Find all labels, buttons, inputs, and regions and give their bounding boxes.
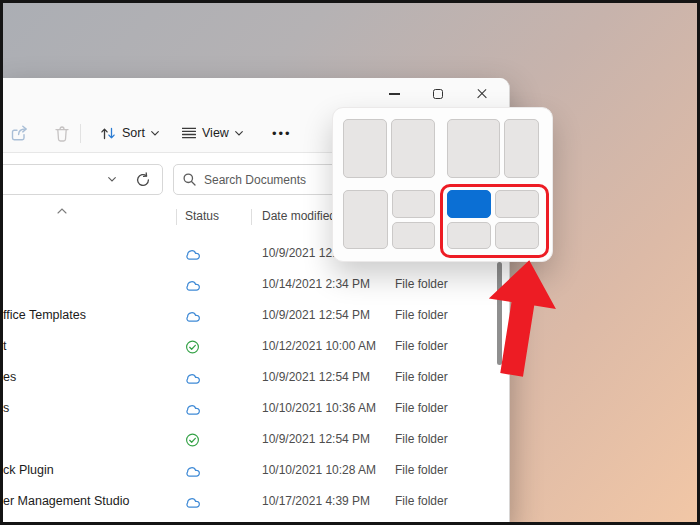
view-label: View xyxy=(202,126,229,140)
share-button[interactable] xyxy=(4,118,35,148)
cloud-status-icon xyxy=(185,372,201,384)
cloud-status-icon xyxy=(185,403,201,415)
status-icon-slot xyxy=(185,308,201,321)
date-modified-cell: 10/9/2021 12:5 xyxy=(262,246,342,260)
status-icon-slot xyxy=(185,246,201,259)
close-icon xyxy=(476,88,488,100)
type-cell: File folder xyxy=(395,432,448,446)
snap-zone-tile xyxy=(495,222,539,250)
address-bar[interactable] xyxy=(0,164,163,195)
date-modified-cell: 10/9/2021 12:54 PM xyxy=(262,308,370,322)
snap-zone-tile xyxy=(447,119,500,178)
maximize-button[interactable] xyxy=(423,82,453,106)
file-row[interactable]: ck Plugin 10/10/2021 10:28 AM File folde… xyxy=(0,454,509,485)
sort-ascending-icon xyxy=(57,208,67,214)
snap-zone-stack xyxy=(392,190,435,249)
snap-layouts-popup xyxy=(332,107,553,262)
snap-layout-left-half-right-stack[interactable] xyxy=(343,190,435,249)
type-cell: File folder xyxy=(395,308,448,322)
snap-zone-tile xyxy=(343,190,388,249)
address-dropdown-icon[interactable] xyxy=(108,177,116,182)
file-name: t xyxy=(3,339,6,353)
minimize-button[interactable] xyxy=(379,82,409,106)
date-modified-cell: 10/9/2021 12:54 PM xyxy=(262,370,370,384)
view-button[interactable]: View xyxy=(176,118,249,148)
type-cell: File folder xyxy=(395,339,448,353)
minimize-icon xyxy=(389,93,400,94)
chevron-down-icon xyxy=(235,131,243,136)
refresh-icon[interactable] xyxy=(135,172,151,188)
sort-button[interactable]: Sort xyxy=(94,118,165,148)
file-name: er Management Studio xyxy=(3,494,129,508)
date-modified-cell: 10/10/2021 10:28 AM xyxy=(262,463,376,477)
sort-icon xyxy=(100,126,116,141)
cloud-status-icon xyxy=(185,310,201,322)
snap-zone-tile xyxy=(392,190,435,218)
toolbar-divider xyxy=(80,124,81,143)
file-list-body: 10/9/2021 12:5 10/14/2021 2:34 PM File f… xyxy=(0,237,509,516)
share-icon xyxy=(10,125,29,142)
file-row[interactable]: s 10/10/2021 10:36 AM File folder xyxy=(0,392,509,423)
snap-zone-tile xyxy=(447,222,491,250)
cloud-status-icon xyxy=(185,496,201,508)
ellipsis-icon: ••• xyxy=(272,126,292,141)
type-cell: File folder xyxy=(395,401,448,415)
date-modified-cell: 10/10/2021 10:36 AM xyxy=(262,401,376,415)
file-row[interactable]: ffice Templates 10/9/2021 12:54 PM File … xyxy=(0,299,509,330)
file-name: ck Plugin xyxy=(3,463,54,477)
date-modified-cell: 10/17/2021 4:39 PM xyxy=(262,494,370,508)
snap-layout-two-columns-wide-left[interactable] xyxy=(447,119,539,178)
snap-zone-tile xyxy=(504,119,539,178)
file-row[interactable]: es 10/9/2021 12:54 PM File folder xyxy=(0,361,509,392)
file-row[interactable]: er Management Studio 10/17/2021 4:39 PM … xyxy=(0,485,509,516)
search-box[interactable] xyxy=(173,164,345,195)
search-input[interactable] xyxy=(204,173,324,187)
snap-zone-tile xyxy=(343,119,387,178)
file-row[interactable]: 10/9/2021 12:54 PM File folder xyxy=(0,423,509,454)
check-status-icon xyxy=(185,432,200,447)
file-name: ffice Templates xyxy=(3,308,86,322)
view-list-icon xyxy=(182,127,196,139)
more-options-button[interactable]: ••• xyxy=(266,118,298,148)
column-divider[interactable] xyxy=(251,209,252,225)
check-status-icon xyxy=(185,339,200,354)
sort-label: Sort xyxy=(122,126,145,140)
desktop: Sort View ••• xyxy=(0,0,700,525)
snap-layout-quad-grid[interactable] xyxy=(447,190,539,249)
maximize-icon xyxy=(433,89,443,99)
column-divider[interactable] xyxy=(176,209,177,225)
column-header-date-modified[interactable]: Date modified xyxy=(262,209,336,223)
snap-zone-tile xyxy=(495,190,539,218)
file-name: es xyxy=(3,370,16,384)
delete-button[interactable] xyxy=(48,118,76,148)
search-icon xyxy=(183,173,196,186)
status-icon-slot xyxy=(185,277,201,290)
status-icon-slot xyxy=(185,463,201,476)
column-header-status[interactable]: Status xyxy=(185,209,219,223)
snap-zone-tile xyxy=(392,222,435,250)
status-icon-slot xyxy=(185,401,201,414)
snap-zone-tile xyxy=(391,119,435,178)
file-name: s xyxy=(3,401,9,415)
file-row[interactable]: 10/14/2021 2:34 PM File folder xyxy=(0,268,509,299)
status-icon-slot xyxy=(185,494,201,507)
status-icon-slot xyxy=(185,370,201,383)
file-row[interactable]: t 10/12/2021 10:00 AM File folder xyxy=(0,330,509,361)
cloud-status-icon xyxy=(185,248,201,260)
date-modified-cell: 10/12/2021 10:00 AM xyxy=(262,339,376,353)
close-button[interactable] xyxy=(467,82,497,106)
type-cell: File folder xyxy=(395,494,448,508)
type-cell: File folder xyxy=(395,277,448,291)
cloud-status-icon xyxy=(185,279,201,291)
status-icon-slot xyxy=(185,432,201,445)
snap-layout-two-columns[interactable] xyxy=(343,119,435,178)
trash-icon xyxy=(54,125,70,142)
type-cell: File folder xyxy=(395,463,448,477)
type-cell: File folder xyxy=(395,370,448,384)
date-modified-cell: 10/9/2021 12:54 PM xyxy=(262,432,370,446)
date-modified-cell: 10/14/2021 2:34 PM xyxy=(262,277,370,291)
cloud-status-icon xyxy=(185,465,201,477)
snap-zone-tile-selected xyxy=(447,190,491,218)
status-icon-slot xyxy=(185,339,201,352)
chevron-down-icon xyxy=(151,131,159,136)
